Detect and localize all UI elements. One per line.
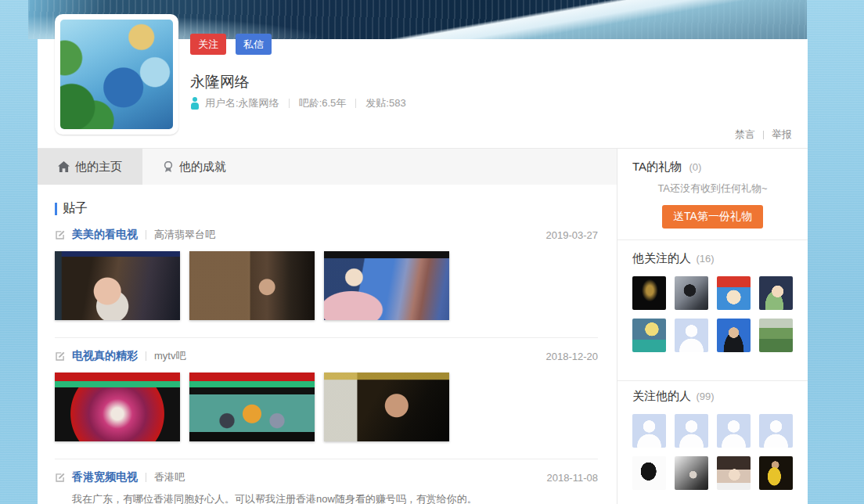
followers-section: 关注他的人 (99) — [617, 380, 808, 499]
divider — [146, 473, 146, 482]
post-divider — [55, 459, 598, 459]
moderation-links: 禁言 举报 — [735, 128, 792, 142]
sidebar: TA的礼物 (0) TA还没有收到任何礼物~ 送TA第一份礼物 他关注的人 (1… — [617, 149, 808, 504]
post-forum-link[interactable]: mytv吧 — [154, 349, 185, 363]
post-date: 2018-12-20 — [546, 351, 599, 362]
follower-user-avatar[interactable] — [675, 414, 708, 448]
post-thumbnail-image[interactable] — [55, 373, 180, 441]
tab-his-homepage[interactable]: 他的主页 — [38, 149, 142, 185]
post-title-link[interactable]: 美美的看电视 — [72, 228, 138, 242]
post-edit-icon — [55, 229, 66, 240]
followed-user-avatar[interactable] — [759, 319, 793, 352]
section-title: 贴子 — [63, 200, 88, 217]
post-title-link[interactable]: 电视真的精彩 — [72, 349, 138, 363]
tab-his-achievements[interactable]: 他的成就 — [142, 149, 247, 185]
gifts-title: TA的礼物 — [632, 160, 682, 173]
stat-tieba-age: 吧龄:6.5年 — [299, 96, 347, 110]
report-link[interactable]: 举报 — [772, 128, 792, 142]
profile-tab-bar: 他的主页 他的成就 — [38, 149, 617, 185]
post-thumbnails — [55, 373, 598, 441]
stat-post-count: 发贴:583 — [365, 96, 405, 110]
following-count: (16) — [696, 253, 714, 265]
home-icon — [58, 161, 70, 172]
post-edit-icon — [55, 472, 66, 483]
profile-stats: 用户名:永隆网络 吧龄:6.5年 发贴:583 — [190, 96, 406, 110]
post-forum-link[interactable]: 香港吧 — [154, 470, 185, 484]
followers-title: 关注他的人 — [632, 389, 691, 402]
post-edit-icon — [55, 351, 66, 362]
posts-section-header: 贴子 — [55, 200, 598, 217]
post-forum-link[interactable]: 高清翡翠台吧 — [154, 228, 215, 242]
following-avatar-grid — [632, 276, 793, 352]
posts-list: 贴子 美美的看电视 高清翡翠台吧 2019-03-27 — [38, 185, 617, 504]
post-thumbnail-image[interactable] — [189, 251, 315, 320]
profile-actions: 关注 私信 — [190, 34, 272, 55]
main-column: 他的主页 他的成就 贴子 — [38, 149, 617, 504]
post-date: 2019-03-27 — [546, 229, 599, 241]
post-thumbnails — [55, 251, 598, 320]
followed-user-avatar[interactable] — [717, 276, 751, 310]
follower-user-avatar[interactable] — [759, 456, 793, 490]
follower-user-avatar[interactable] — [675, 456, 708, 490]
post-body-text: 我在广东，有哪位香港同胞好心人。可以帮我注册香港now随身看的赚号吗，有赏给你的… — [55, 492, 598, 504]
followed-user-avatar[interactable] — [759, 276, 793, 310]
followed-user-avatar[interactable] — [632, 319, 666, 352]
divider — [355, 99, 356, 108]
following-title: 他关注的人 — [632, 251, 691, 265]
male-gender-icon — [190, 97, 199, 110]
profile-avatar — [55, 14, 178, 135]
divider — [146, 351, 146, 361]
post-item: 香港宽频电视 香港吧 2018-11-08 我在广东，有哪位香港同胞好心人。可以… — [55, 470, 598, 504]
post-title-link[interactable]: 香港宽频电视 — [72, 470, 138, 484]
followed-user-avatar[interactable] — [717, 319, 751, 352]
post-item: 电视真的精彩 mytv吧 2018-12-20 — [55, 349, 598, 441]
section-accent-bar — [55, 203, 57, 215]
post-thumbnail-image[interactable] — [189, 373, 315, 441]
tab-label: 他的成就 — [179, 160, 226, 175]
follower-user-avatar[interactable] — [632, 456, 666, 490]
send-first-gift-button[interactable]: 送TA第一份礼物 — [662, 205, 763, 229]
following-section: 他关注的人 (16) — [617, 239, 808, 380]
gifts-count: (0) — [689, 161, 702, 173]
followed-user-avatar[interactable] — [632, 276, 666, 310]
followed-user-avatar[interactable] — [675, 276, 708, 310]
private-message-button[interactable]: 私信 — [236, 34, 272, 55]
follower-user-avatar[interactable] — [632, 414, 666, 448]
post-thumbnail-image[interactable] — [324, 373, 449, 441]
follower-user-avatar[interactable] — [759, 414, 793, 448]
post-divider — [55, 337, 598, 338]
divider — [763, 131, 764, 139]
post-thumbnail-image[interactable] — [324, 251, 449, 320]
tieba-user-profile-page: { "profile": { "avatar_description": "Ri… — [0, 0, 864, 504]
medal-icon — [163, 161, 174, 173]
post-date: 2018-11-08 — [546, 472, 598, 484]
followers-avatar-grid — [632, 414, 793, 490]
followers-count: (99) — [696, 391, 714, 402]
username-title: 永隆网络 — [190, 72, 250, 92]
follower-user-avatar[interactable] — [717, 414, 751, 448]
divider — [289, 99, 290, 108]
stat-username: 用户名:永隆网络 — [205, 96, 279, 110]
divider — [146, 230, 146, 239]
post-item: 美美的看电视 高清翡翠台吧 2019-03-27 — [55, 228, 598, 320]
gifts-section: TA的礼物 (0) TA还没有收到任何礼物~ 送TA第一份礼物 — [617, 149, 808, 239]
post-thumbnail-image[interactable] — [55, 251, 180, 320]
follower-user-avatar[interactable] — [717, 456, 751, 490]
profile-avatar-image — [60, 20, 173, 129]
follow-button[interactable]: 关注 — [190, 34, 226, 55]
gifts-empty-text: TA还没有收到任何礼物~ — [632, 182, 793, 196]
mute-link[interactable]: 禁言 — [735, 128, 755, 142]
tab-label: 他的主页 — [75, 160, 122, 175]
followed-user-avatar[interactable] — [675, 319, 708, 352]
